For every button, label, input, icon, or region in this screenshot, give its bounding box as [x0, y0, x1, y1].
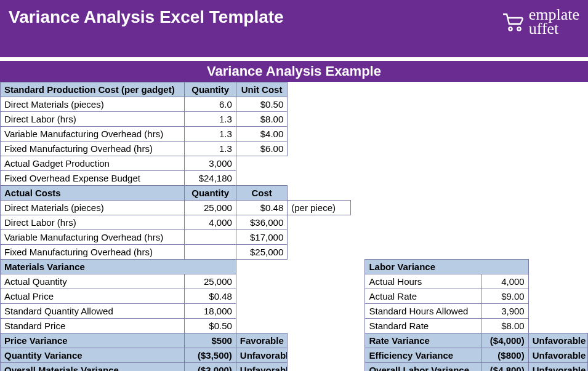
actual-row-qty	[185, 229, 236, 244]
actual-row-note: (per piece)	[288, 200, 351, 215]
mat-qv-value: ($3,500)	[185, 348, 236, 362]
lab-sr-value: $8.00	[481, 318, 528, 333]
std-row-uc: $6.00	[236, 141, 287, 156]
std-cost-header-qty: Quantity	[185, 82, 236, 97]
actual-row-label: Fixed Manufacturing Overhead (hrs)	[1, 244, 185, 259]
variance-sheet: Standard Production Cost (per gadget) Qu…	[0, 82, 588, 371]
mat-sqa-label: Standard Quantity Allowed	[1, 303, 185, 318]
mat-sqa-value: 18,000	[185, 303, 236, 318]
lab-rv-label: Rate Variance	[365, 333, 481, 348]
lab-ov-value: ($4,800)	[481, 362, 528, 371]
lab-ar-label: Actual Rate	[365, 289, 481, 303]
mat-pv-value: $500	[185, 333, 236, 348]
lab-ar-value: $9.00	[481, 289, 528, 303]
page-title: Variance Analysis Excel Template	[9, 7, 284, 27]
lab-sr-label: Standard Rate	[365, 318, 481, 333]
banner: Variance Analysis Excel Template emplate…	[0, 0, 588, 57]
mat-sp-label: Standard Price	[1, 318, 185, 333]
std-row-uc: $4.00	[236, 126, 287, 141]
materials-variance-header: Materials Variance	[1, 259, 236, 274]
actual-header-cost: Cost	[236, 185, 287, 200]
actual-row-qty	[185, 244, 236, 259]
mat-qv-note: Unfavorable	[236, 348, 287, 362]
actual-row-cost: $0.48	[236, 200, 287, 215]
actual-row-cost: $17,000	[236, 229, 287, 244]
mat-aq-value: 25,000	[185, 274, 236, 289]
example-title: Variance Analysis Example	[0, 61, 588, 82]
logo-text: emplate uffet	[529, 7, 579, 36]
std-row-qty: 6.0	[185, 97, 236, 111]
lab-ah-value: 4,000	[481, 274, 528, 289]
mat-pv-label: Price Variance	[1, 333, 185, 348]
std-row-uc: $0.50	[236, 97, 287, 111]
std-row-uc: $8.00	[236, 111, 287, 126]
std-row-label: Direct Labor (hrs)	[1, 111, 185, 126]
mat-ov-value: ($3,000)	[185, 362, 236, 371]
mat-ov-note: Unfavorable	[236, 362, 287, 371]
lab-rv-value: ($4,000)	[481, 333, 528, 348]
std-row-label: Direct Materials (pieces)	[1, 97, 185, 111]
svg-point-0	[509, 28, 512, 31]
lab-ev-label: Efficiency Variance	[365, 348, 481, 362]
lab-ev-note: Unfavorable	[528, 348, 587, 362]
mat-pv-note: Favorable	[236, 333, 287, 348]
std-row-qty: 1.3	[185, 126, 236, 141]
agp-label: Actual Gadget Production	[1, 156, 185, 170]
lab-ah-label: Actual Hours	[365, 274, 481, 289]
lab-sha-value: 3,900	[481, 303, 528, 318]
mat-aq-label: Actual Quantity	[1, 274, 185, 289]
actual-header-label: Actual Costs	[1, 185, 185, 200]
mat-ap-value: $0.48	[185, 289, 236, 303]
actual-row-label: Direct Labor (hrs)	[1, 215, 185, 229]
svg-point-1	[517, 28, 520, 31]
lab-ov-note: Unfavorable	[528, 362, 587, 371]
lab-ev-value: ($800)	[481, 348, 528, 362]
std-row-qty: 1.3	[185, 111, 236, 126]
std-cost-header-uc: Unit Cost	[236, 82, 287, 97]
actual-row-qty: 4,000	[185, 215, 236, 229]
mat-ap-label: Actual Price	[1, 289, 185, 303]
mat-sp-value: $0.50	[185, 318, 236, 333]
logo: emplate uffet	[501, 7, 579, 36]
actual-row-label: Variable Manufacturing Overhead (hrs)	[1, 229, 185, 244]
mat-ov-label: Overall Materials Variance	[1, 362, 185, 371]
foe-label: Fixed Overhead Expense Budget	[1, 170, 185, 185]
std-cost-header-label: Standard Production Cost (per gadget)	[1, 82, 185, 97]
actual-header-qty: Quantity	[185, 185, 236, 200]
lab-sha-label: Standard Hours Allowed	[365, 303, 481, 318]
actual-row-label: Direct Materials (pieces)	[1, 200, 185, 215]
actual-row-cost: $36,000	[236, 215, 287, 229]
actual-row-qty: 25,000	[185, 200, 236, 215]
lab-rv-note: Unfavorable	[528, 333, 587, 348]
mat-qv-label: Quantity Variance	[1, 348, 185, 362]
actual-row-cost: $25,000	[236, 244, 287, 259]
std-row-qty: 1.3	[185, 141, 236, 156]
std-row-label: Fixed Manufacturing Overhead (hrs)	[1, 141, 185, 156]
agp-value: 3,000	[185, 156, 236, 170]
foe-value: $24,180	[185, 170, 236, 185]
lab-ov-label: Overall Labor Variance	[365, 362, 481, 371]
cart-icon	[501, 9, 525, 34]
labor-variance-header: Labor Variance	[365, 259, 528, 274]
std-row-label: Variable Manufacturing Overhead (hrs)	[1, 126, 185, 141]
logo-line2: uffet	[529, 22, 579, 36]
